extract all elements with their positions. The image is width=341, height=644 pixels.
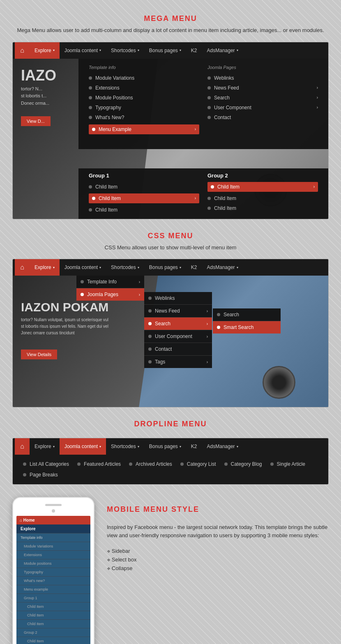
phone-frame: ⌂ Home Explore Template info Module Vari…	[12, 497, 94, 644]
menu-menu-example[interactable]: Menu Example ›	[89, 124, 199, 134]
css-nav-bonus[interactable]: Bonus pages ▾	[144, 259, 186, 276]
dropline-nav-ads[interactable]: AdsManager ▾	[202, 438, 243, 455]
bullet-icon	[207, 86, 211, 90]
css-nav-explore[interactable]: Explore ▾	[30, 259, 60, 276]
arrow-icon: ›	[317, 85, 318, 90]
css-l3-search[interactable]: Search	[213, 308, 281, 321]
phone-explore[interactable]: Explore	[16, 524, 90, 534]
bullet-icon	[148, 347, 152, 351]
menu-module-variations[interactable]: Module Variations	[89, 73, 199, 83]
phone-menu-example[interactable]: Menu example	[16, 585, 90, 594]
css-l2-search[interactable]: Search ›	[144, 317, 212, 330]
menu-extensions[interactable]: Extensions	[89, 83, 199, 93]
phone-child1[interactable]: Child Item	[16, 603, 90, 611]
menu-weblinks[interactable]: Weblinks	[207, 73, 318, 83]
phone-module-pos[interactable]: Module positions	[16, 559, 90, 568]
phone-extensions[interactable]: Extensions	[16, 551, 90, 559]
bullet-icon	[23, 473, 26, 476]
nav-home-icon[interactable]: ⌂	[15, 42, 30, 59]
css-level1-dropdown: Template Info › Joomla Pages ›	[76, 276, 144, 301]
phone-speaker	[45, 504, 62, 506]
css-nav-shortcodes[interactable]: Shortcodes ▾	[106, 259, 144, 276]
bullet-icon	[207, 197, 211, 200]
css-menu-demo: ⌂ Explore ▾ Joomla content ▾ Shortcodes …	[12, 259, 329, 407]
group2-item2[interactable]: Child Item	[207, 193, 318, 203]
phone-group2[interactable]: Group 2	[16, 628, 90, 637]
css-car-wheel	[263, 366, 295, 399]
mobile-description: MOBILE MENU STYLE Inspired by Facebook m…	[107, 497, 329, 573]
dropline-category-blog[interactable]: Category Blog	[220, 459, 266, 469]
css-nav-ads[interactable]: AdsManager ▾	[202, 259, 243, 276]
arrow-icon: ›	[195, 127, 196, 131]
phone-child4[interactable]: Child Item	[16, 637, 90, 644]
menu-module-positions[interactable]: Module Positions	[89, 93, 199, 103]
dropline-category-list[interactable]: Category List	[176, 459, 220, 469]
css-nav-joomla[interactable]: Joomla content ▾	[60, 259, 106, 276]
group2-header: Group 2	[207, 172, 318, 179]
nav-bonus[interactable]: Bonus pages ▾	[144, 42, 186, 59]
dropline-title: DROPLINE MENU	[12, 420, 329, 428]
phone-whats-new[interactable]: What's new?	[16, 577, 90, 585]
dropline-nav-bonus[interactable]: Bonus pages ▾	[144, 438, 186, 455]
nav-explore[interactable]: Explore ▾	[30, 42, 60, 59]
nav-ads[interactable]: AdsManager ▾	[202, 42, 243, 59]
dropline-archived[interactable]: Archived Articles	[125, 459, 176, 469]
menu-typography[interactable]: Typography	[89, 103, 199, 113]
dropline-nav-joomla[interactable]: Joomla content ▾	[60, 438, 106, 455]
view-details-btn[interactable]: View D...	[21, 116, 51, 126]
group2-item3[interactable]: Child Item	[207, 203, 318, 213]
phone-group1[interactable]: Group 1	[16, 594, 90, 603]
group1-item2[interactable]: Child Item ›	[89, 193, 199, 203]
arrow-icon: ›	[207, 360, 208, 364]
phone-typography[interactable]: Typography	[16, 568, 90, 577]
group1-item3[interactable]: Child Item	[89, 205, 199, 215]
dropline-nav-home[interactable]: ⌂	[15, 438, 30, 455]
hero-sub: tortor? N...st lobortis t...Donec orma..…	[21, 85, 49, 107]
group1-item1[interactable]: Child Item	[89, 182, 199, 192]
phone-template-info[interactable]: Template info	[16, 534, 90, 542]
css-l3-smart-search[interactable]: Smart Search	[213, 321, 281, 334]
group2-item1[interactable]: Child Item ›	[207, 182, 318, 192]
css-hero-text: IAZON POKAM	[21, 300, 108, 314]
dropline-bar: List All Categories Featured Articles Ar…	[13, 455, 328, 484]
phone-module-var[interactable]: Module Variations	[16, 542, 90, 551]
menu-news-feed[interactable]: News Feed ›	[207, 83, 318, 93]
group1-col: Group 1 Child Item Child Item › Child It…	[85, 172, 203, 215]
bullet-icon	[89, 106, 92, 109]
phone-child3[interactable]: Child Item	[16, 620, 90, 628]
nav-shortcodes[interactable]: Shortcodes ▾	[106, 42, 144, 59]
css-menu-desc: CSS Menu allows user to show multi-level…	[12, 244, 329, 252]
bullet-icon	[211, 185, 214, 189]
menu-whats-new[interactable]: What's New?	[89, 113, 199, 122]
phone-child2[interactable]: Child Item	[16, 611, 90, 620]
css-nav-k2[interactable]: K2	[186, 259, 202, 276]
dropline-list-all[interactable]: List All Categories	[19, 459, 73, 469]
menu-user-component[interactable]: User Component ›	[207, 103, 318, 113]
dropline-featured[interactable]: Featured Articles	[73, 459, 125, 469]
bullet-icon	[89, 96, 92, 99]
mega-col-template: Template info Module Variations Extensio…	[85, 65, 203, 143]
dropline-single-article[interactable]: Single Article	[266, 459, 309, 469]
bullet-icon	[23, 462, 26, 466]
mobile-style-collapse: Collapse	[107, 564, 329, 573]
page-wrapper: MEGA MENU Mega Menu allows user to add m…	[0, 8, 341, 644]
css-l2-tags[interactable]: Tags ›	[144, 356, 212, 368]
menu-search[interactable]: Search ›	[207, 93, 318, 103]
dropline-nav-explore[interactable]: Explore ▾	[30, 438, 60, 455]
nav-joomla[interactable]: Joomla content ▾	[60, 42, 106, 59]
css-nav-home[interactable]: ⌂	[15, 259, 30, 276]
css-l2-newsfeed[interactable]: News Feed ›	[144, 305, 212, 317]
css-l1-joomla-pages[interactable]: Joomla Pages ›	[76, 288, 144, 301]
dropline-page-breaks[interactable]: Page Breaks	[19, 469, 62, 480]
css-l2-user-component[interactable]: User Component ›	[144, 330, 212, 343]
css-l1-template-info[interactable]: Template Info ›	[76, 276, 144, 288]
menu-contact[interactable]: Contact	[207, 113, 318, 122]
css-l2-contact[interactable]: Contact	[144, 343, 212, 356]
dropline-nav-k2[interactable]: K2	[186, 438, 202, 455]
nav-k2[interactable]: K2	[186, 42, 202, 59]
css-view-details-btn[interactable]: View Details	[21, 350, 57, 359]
bullet-icon	[207, 106, 211, 109]
group2-col: Group 2 Child Item › Child Item Child It…	[203, 172, 322, 215]
css-l2-weblinks[interactable]: Weblinks	[144, 292, 212, 305]
dropline-nav-shortcodes[interactable]: Shortcodes ▾	[106, 438, 144, 455]
